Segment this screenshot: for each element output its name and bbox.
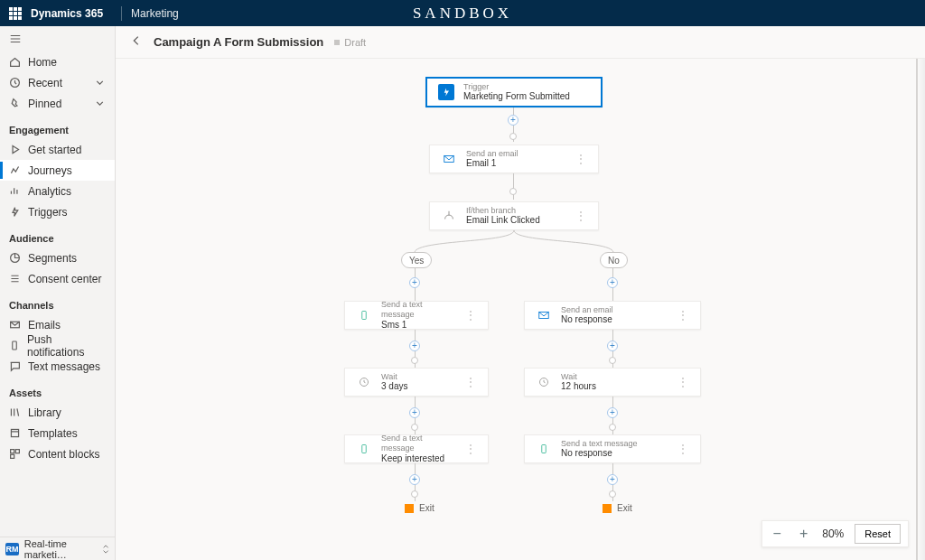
node-email1[interactable]: Send an emailEmail 1 ⋮ bbox=[429, 145, 599, 173]
connector-dot bbox=[411, 357, 418, 364]
topbar-divider bbox=[121, 6, 122, 21]
label: Content blocks bbox=[28, 448, 99, 461]
area-switcher[interactable]: RM Real-time marketi… bbox=[0, 537, 115, 560]
branch-connector bbox=[409, 230, 619, 254]
sidebar-item-pinned[interactable]: Pinned bbox=[0, 93, 115, 114]
home-icon bbox=[9, 56, 21, 68]
node-trigger[interactable]: TriggerMarketing Form Submitted bbox=[425, 77, 603, 107]
library-icon bbox=[9, 406, 21, 418]
sidebar-item-home[interactable]: Home bbox=[0, 51, 115, 72]
card-more-icon[interactable]: ⋮ bbox=[464, 309, 477, 322]
pin-icon bbox=[9, 98, 21, 109]
zoom-reset-button[interactable]: Reset bbox=[855, 524, 901, 544]
sms-icon bbox=[536, 441, 552, 457]
add-step-button[interactable]: + bbox=[409, 341, 420, 351]
branch-yes-pill[interactable]: Yes bbox=[401, 252, 432, 268]
waffle-icon[interactable] bbox=[9, 7, 22, 20]
node-wait-left[interactable]: Wait3 days ⋮ bbox=[344, 368, 489, 397]
sidebar-item-templates[interactable]: Templates bbox=[0, 423, 115, 443]
node-value: Keep interested bbox=[381, 453, 455, 464]
sidebar-item-push[interactable]: Push notifications bbox=[0, 335, 115, 356]
label: Get started bbox=[28, 144, 81, 156]
add-step-button[interactable]: + bbox=[607, 407, 618, 418]
sidebar-item-library[interactable]: Library bbox=[0, 402, 115, 423]
connector-dot bbox=[411, 490, 418, 498]
card-more-icon[interactable]: ⋮ bbox=[677, 309, 689, 322]
node-kind: Send an email bbox=[561, 305, 613, 315]
node-sms3[interactable]: Send a text messageNo response ⋮ bbox=[524, 434, 701, 463]
sidebar-item-consent[interactable]: Consent center bbox=[0, 268, 115, 289]
sms-icon bbox=[356, 307, 372, 323]
sidebar-item-recent[interactable]: Recent bbox=[0, 72, 115, 93]
node-wait-right[interactable]: Wait12 hours ⋮ bbox=[524, 368, 701, 397]
sidebar-item-analytics[interactable]: Analytics bbox=[0, 181, 115, 201]
node-kind: Trigger bbox=[463, 82, 570, 92]
exit-label: Exit bbox=[419, 503, 434, 513]
node-value: 12 hours bbox=[561, 381, 596, 392]
sidebar-item-triggers[interactable]: Triggers bbox=[0, 201, 115, 222]
node-kind: Wait bbox=[561, 372, 596, 382]
record-status: Draft bbox=[334, 37, 366, 48]
node-kind: Send a text message bbox=[381, 434, 455, 453]
journey-canvas[interactable]: TriggerMarketing Form Submitted + Send a… bbox=[116, 59, 925, 560]
left-sidebar: Home Recent Pinned Engagement Get starte… bbox=[0, 26, 116, 560]
sidebar-item-segments[interactable]: Segments bbox=[0, 247, 115, 268]
card-more-icon[interactable]: ⋮ bbox=[677, 376, 689, 388]
sidebar-item-journeys[interactable]: Journeys bbox=[0, 160, 115, 181]
node-sms2[interactable]: Send a text messageKeep interested ⋮ bbox=[344, 434, 489, 463]
product-area: Marketing bbox=[131, 7, 179, 20]
card-more-icon[interactable]: ⋮ bbox=[575, 210, 587, 222]
connector-dot bbox=[509, 188, 517, 195]
chat-icon bbox=[9, 360, 21, 372]
area-label: Real-time marketi… bbox=[24, 538, 97, 560]
exit-label: Exit bbox=[617, 503, 632, 513]
collapse-sidebar-button[interactable] bbox=[0, 26, 115, 51]
node-value: Sms 1 bbox=[381, 320, 455, 331]
label: Segments bbox=[28, 252, 77, 265]
zoom-in-button[interactable]: + bbox=[796, 526, 811, 542]
node-sms1[interactable]: Send a text messageSms 1 ⋮ bbox=[344, 301, 489, 330]
connector-dot bbox=[509, 133, 517, 140]
page-title: Campaign A Form Submission bbox=[154, 35, 323, 49]
label: Recent bbox=[28, 77, 62, 89]
card-more-icon[interactable]: ⋮ bbox=[464, 443, 477, 455]
area-badge: RM bbox=[5, 543, 19, 555]
svg-rect-11 bbox=[362, 445, 367, 453]
label: Text messages bbox=[28, 360, 100, 373]
card-more-icon[interactable]: ⋮ bbox=[575, 153, 587, 165]
exit-icon bbox=[603, 504, 612, 513]
label: Emails bbox=[28, 319, 61, 331]
back-button[interactable] bbox=[130, 34, 143, 51]
node-email2[interactable]: Send an emailNo response ⋮ bbox=[524, 301, 701, 330]
add-step-button[interactable]: + bbox=[508, 115, 519, 126]
branch-no-pill[interactable]: No bbox=[600, 252, 628, 268]
sidebar-item-getstarted[interactable]: Get started bbox=[0, 139, 115, 160]
add-step-button[interactable]: + bbox=[607, 277, 618, 288]
add-step-button[interactable]: + bbox=[607, 474, 618, 485]
connector bbox=[513, 173, 514, 200]
node-value: No response bbox=[561, 314, 613, 325]
sidebar-section-assets: Assets bbox=[0, 377, 115, 402]
card-more-icon[interactable]: ⋮ bbox=[677, 443, 689, 455]
node-kind: Send a text message bbox=[561, 439, 638, 449]
journey-icon bbox=[9, 164, 21, 176]
add-step-button[interactable]: + bbox=[607, 341, 618, 351]
pie-icon bbox=[9, 252, 21, 264]
zoom-out-button[interactable]: − bbox=[770, 526, 785, 542]
clock-icon bbox=[536, 374, 552, 390]
svg-rect-6 bbox=[15, 450, 19, 453]
card-more-icon[interactable]: ⋮ bbox=[464, 376, 477, 388]
sidebar-section-channels: Channels bbox=[0, 289, 115, 314]
add-step-button[interactable]: + bbox=[409, 277, 420, 288]
node-branch[interactable]: If/then branchEmail Link Clicked ⋮ bbox=[429, 201, 599, 230]
sidebar-item-contentblocks[interactable]: Content blocks bbox=[0, 443, 115, 464]
mail-icon bbox=[441, 151, 457, 167]
bolt-icon bbox=[438, 84, 454, 100]
label: Journeys bbox=[28, 164, 72, 177]
add-step-button[interactable]: + bbox=[409, 474, 420, 485]
connector-dot bbox=[411, 424, 418, 431]
branch-icon bbox=[441, 208, 457, 224]
sidebar-item-texts[interactable]: Text messages bbox=[0, 356, 115, 377]
add-step-button[interactable]: + bbox=[409, 407, 420, 418]
node-kind: Wait bbox=[381, 372, 407, 382]
